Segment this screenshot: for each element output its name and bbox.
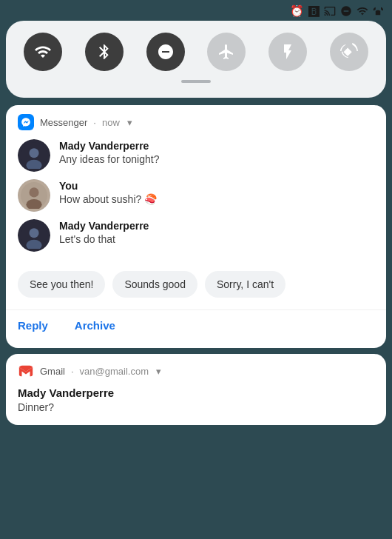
messages-list: Mady Vanderperre Any ideas for tonight? <box>6 136 386 268</box>
message-sender-2: You <box>59 179 157 192</box>
alarm-icon: ⏰ <box>290 4 304 18</box>
wifi-toggle[interactable] <box>24 33 62 71</box>
messenger-notif-header: Messenger · now ▾ <box>6 105 386 136</box>
avatar-mady-2 <box>18 219 50 252</box>
dnd-toggle[interactable] <box>146 33 185 71</box>
bluetooth-icon: 🅱 <box>308 5 320 18</box>
quick-reply-see-you[interactable]: See you then! <box>18 271 105 298</box>
gmail-sender: Mady Vanderperre <box>18 386 374 399</box>
message-content-2: You How about sushi? 🍣 <box>59 179 157 207</box>
gmail-notification-card: Gmail · van@gmail.com ▾ Mady Vanderperre… <box>6 354 386 425</box>
signal-icon <box>373 5 383 17</box>
quick-settings-panel <box>6 21 386 98</box>
gmail-notif-header: Gmail · van@gmail.com ▾ <box>18 363 374 379</box>
svg-point-1 <box>29 148 38 158</box>
svg-point-4 <box>29 187 38 197</box>
reply-button[interactable]: Reply <box>18 313 60 338</box>
quick-icons-row <box>24 33 368 71</box>
rotate-toggle[interactable] <box>330 33 368 71</box>
flashlight-toggle[interactable] <box>268 33 307 71</box>
message-text-2: How about sushi? 🍣 <box>59 192 157 207</box>
bluetooth-toggle[interactable] <box>85 33 124 71</box>
svg-point-7 <box>29 228 38 238</box>
avatar-you <box>18 179 50 212</box>
drag-handle[interactable] <box>181 80 211 83</box>
message-sender-1: Mady Vanderperre <box>59 139 159 153</box>
notifications-area: Messenger · now ▾ Mady Van <box>6 105 386 431</box>
message-row-3: Mady Vanderperre Let's do that <box>18 219 374 252</box>
gmail-subject: Dinner? <box>18 401 374 413</box>
status-bar: ⏰ 🅱 <box>0 0 392 21</box>
message-row-2: You How about sushi? 🍣 <box>18 179 374 212</box>
messenger-notif-actions: Reply Archive <box>6 309 386 348</box>
message-content-3: Mady Vanderperre Let's do that <box>59 219 149 247</box>
messenger-notif-time-value: now <box>102 117 120 128</box>
message-text-1: Any ideas for tonight? <box>59 153 159 167</box>
gmail-app-icon <box>18 363 34 379</box>
cast-icon <box>324 5 336 17</box>
messenger-notif-time: · <box>93 117 96 128</box>
gmail-account: van@gmail.com <box>80 366 149 377</box>
gmail-app-name: Gmail <box>40 366 65 377</box>
messenger-app-name: Messenger <box>40 117 87 128</box>
wifi-icon <box>356 5 368 17</box>
message-content-1: Mady Vanderperre Any ideas for tonight? <box>59 139 159 167</box>
messenger-dropdown-icon[interactable]: ▾ <box>127 117 132 128</box>
quick-replies: See you then! Sounds good Sorry, I can't <box>6 268 386 308</box>
quick-reply-sounds-good[interactable]: Sounds good <box>112 271 197 298</box>
archive-button[interactable]: Archive <box>75 313 127 338</box>
airplane-toggle[interactable] <box>207 33 246 71</box>
messenger-notification-card: Messenger · now ▾ Mady Van <box>6 105 386 348</box>
message-row-1: Mady Vanderperre Any ideas for tonight? <box>18 139 374 172</box>
quick-reply-sorry[interactable]: Sorry, I can't <box>205 271 285 298</box>
avatar-mady-1 <box>18 139 50 172</box>
dnd-icon <box>340 5 352 17</box>
messenger-app-icon <box>18 114 34 130</box>
message-sender-3: Mady Vanderperre <box>59 219 149 232</box>
message-text-3: Let's do that <box>59 232 149 247</box>
gmail-dropdown-icon[interactable]: ▾ <box>156 366 161 377</box>
